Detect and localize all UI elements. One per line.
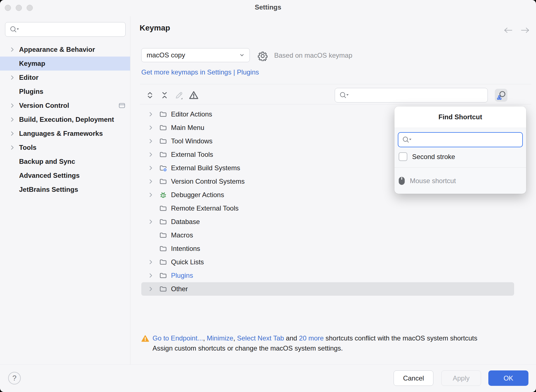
mouse-icon bbox=[398, 176, 405, 185]
sidebar-item-plugins[interactable]: Plugins bbox=[0, 85, 130, 99]
chevron-right-icon[interactable] bbox=[10, 47, 19, 52]
chevron-right-icon[interactable] bbox=[148, 219, 155, 225]
settings-search-field[interactable] bbox=[5, 22, 126, 37]
chevron-down-icon bbox=[239, 52, 245, 58]
popup-search-input[interactable] bbox=[412, 136, 522, 144]
warning-icon bbox=[141, 335, 149, 342]
chevron-right-icon[interactable] bbox=[148, 125, 155, 130]
sidebar-item-version-control[interactable]: Version Control bbox=[0, 99, 130, 113]
tree-row-remote-external-tools[interactable]: Remote External Tools bbox=[141, 202, 514, 215]
sidebar-item-appearance-behavior[interactable]: Appearance & Behavior bbox=[0, 43, 130, 57]
chevron-right-icon[interactable] bbox=[10, 131, 19, 136]
find-shortcut-popup: Find Shortcut Second stroke Mouse shortc… bbox=[394, 106, 526, 194]
tree-row-quick-lists[interactable]: Quick Lists bbox=[141, 255, 514, 269]
conflict-warning-line2: Assign custom shortcuts or change the ma… bbox=[153, 343, 477, 353]
chevron-right-icon[interactable] bbox=[148, 286, 155, 292]
chevron-right-icon[interactable] bbox=[10, 75, 19, 80]
chevron-right-icon[interactable] bbox=[148, 152, 155, 157]
help-button[interactable]: ? bbox=[8, 372, 21, 384]
edit-shortcut-button[interactable] bbox=[173, 88, 185, 102]
mouse-shortcut-row[interactable]: Mouse shortcut bbox=[394, 168, 526, 194]
tree-row-label: Debugger Actions bbox=[171, 191, 224, 199]
second-stroke-checkbox[interactable] bbox=[399, 152, 407, 161]
apply-button[interactable]: Apply bbox=[441, 370, 481, 386]
conflict-link-minimize[interactable]: Minimize bbox=[207, 334, 233, 342]
settings-search-input[interactable] bbox=[19, 25, 125, 33]
sidebar-item-advanced-settings[interactable]: Advanced Settings bbox=[0, 169, 130, 183]
folder-icon bbox=[159, 178, 168, 185]
chevron-right-icon[interactable] bbox=[148, 179, 155, 184]
tree-row-label: Remote External Tools bbox=[171, 204, 239, 212]
ok-button[interactable]: OK bbox=[488, 370, 528, 386]
tree-row-label: Database bbox=[171, 218, 200, 226]
tree-row-label: Macros bbox=[171, 231, 193, 239]
sidebar-item-build-execution-deployment[interactable]: Build, Execution, Deployment bbox=[0, 113, 130, 127]
chevron-right-icon[interactable] bbox=[148, 111, 155, 117]
chevron-right-icon[interactable] bbox=[148, 273, 155, 278]
sidebar-item-label: JetBrains Settings bbox=[19, 186, 78, 193]
tree-row-label: External Build Systems bbox=[171, 164, 240, 172]
tree-row-intentions[interactable]: Intentions bbox=[141, 242, 514, 255]
tree-row-macros[interactable]: Macros bbox=[141, 228, 514, 242]
folder-icon bbox=[159, 151, 168, 158]
conflict-link-go-to-endpoint[interactable]: Go to Endpoint... bbox=[153, 334, 203, 342]
collapse-all-button[interactable] bbox=[159, 88, 170, 102]
settings-window: Settings Appearance & BehaviorKeymapEdit… bbox=[0, 0, 536, 392]
conflict-text: and bbox=[284, 334, 299, 342]
chevron-right-icon[interactable] bbox=[148, 259, 155, 265]
cancel-button[interactable]: Cancel bbox=[394, 370, 433, 386]
keymap-select-value: macOS copy bbox=[147, 51, 185, 59]
sidebar-item-languages-frameworks[interactable]: Languages & Frameworks bbox=[0, 127, 130, 141]
sidebar-item-tools[interactable]: Tools bbox=[0, 141, 130, 155]
tree-row-other[interactable]: Other bbox=[141, 282, 514, 296]
find-actions-by-shortcut-button[interactable] bbox=[495, 89, 507, 102]
forward-arrow-icon[interactable] bbox=[520, 27, 530, 34]
conflict-text: , bbox=[233, 334, 237, 342]
conflict-link-select-next-tab[interactable]: Select Next Tab bbox=[237, 334, 284, 342]
chevron-right-icon[interactable] bbox=[10, 117, 19, 122]
chevron-right-icon[interactable] bbox=[10, 103, 19, 108]
based-on-label: Based on macOS keymap bbox=[274, 52, 352, 59]
show-conflicts-button[interactable] bbox=[188, 88, 200, 102]
conflict-text: , bbox=[203, 334, 207, 342]
link-plugins[interactable]: Plugins bbox=[237, 68, 259, 76]
keymap-options-button[interactable] bbox=[257, 50, 269, 61]
tree-row-label: Intentions bbox=[171, 245, 200, 253]
chevron-right-icon[interactable] bbox=[148, 192, 155, 198]
folder-icon bbox=[159, 231, 168, 239]
sidebar-item-label: Editor bbox=[19, 74, 38, 81]
sidebar-item-keymap[interactable]: Keymap bbox=[0, 57, 130, 71]
gear-icon bbox=[258, 51, 268, 61]
chevron-right-icon[interactable] bbox=[148, 138, 155, 144]
keymap-select[interactable]: macOS copy bbox=[141, 48, 250, 62]
sidebar-item-backup-and-sync[interactable]: Backup and Sync bbox=[0, 155, 130, 169]
collapse-all-icon bbox=[160, 91, 169, 99]
shortcut-search-field[interactable] bbox=[335, 88, 488, 102]
second-stroke-label: Second stroke bbox=[412, 153, 455, 161]
conflict-text: shortcuts conflict with the macOS system… bbox=[324, 334, 477, 342]
folder-icon bbox=[159, 218, 168, 226]
search-icon bbox=[339, 91, 349, 99]
tree-row-label: Version Control Systems bbox=[171, 178, 245, 185]
chevron-right-icon[interactable] bbox=[10, 145, 19, 150]
tree-row-plugins[interactable]: Plugins bbox=[141, 269, 514, 282]
sidebar-item-label: Keymap bbox=[19, 60, 45, 67]
link-get-more-keymaps-in-settings[interactable]: Get more keymaps in Settings bbox=[141, 68, 231, 76]
folder-gear-icon bbox=[159, 164, 168, 172]
folder-icon bbox=[159, 110, 168, 118]
history-arrows bbox=[503, 27, 530, 34]
sidebar-item-jetbrains-settings[interactable]: JetBrains Settings bbox=[0, 183, 130, 197]
sidebar-item-label: Build, Execution, Deployment bbox=[19, 116, 114, 123]
conflict-link-20-more[interactable]: 20 more bbox=[299, 334, 324, 342]
popup-title: Find Shortcut bbox=[394, 106, 526, 128]
back-arrow-icon[interactable] bbox=[503, 27, 513, 34]
tree-row-database[interactable]: Database bbox=[141, 215, 514, 228]
popup-search-field[interactable] bbox=[398, 132, 523, 147]
expand-all-button[interactable] bbox=[144, 88, 156, 102]
chevron-right-icon[interactable] bbox=[148, 165, 155, 171]
tree-row-label: External Tools bbox=[171, 151, 213, 158]
sidebar-item-editor[interactable]: Editor bbox=[0, 71, 130, 85]
folder-icon bbox=[159, 137, 168, 145]
shortcut-search-input[interactable] bbox=[349, 91, 488, 99]
sidebar-divider bbox=[130, 16, 130, 365]
